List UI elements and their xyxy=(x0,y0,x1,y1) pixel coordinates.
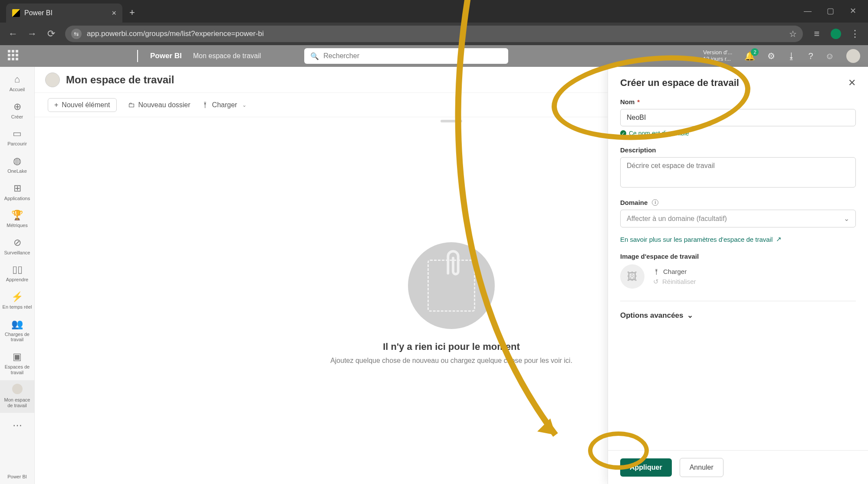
check-circle-icon: ✓ xyxy=(620,130,626,136)
required-indicator: * xyxy=(637,98,640,105)
domain-field: Domaine i Affecter à un domaine (faculta… xyxy=(620,199,856,227)
notifications-button[interactable]: 🔔 2 xyxy=(744,51,755,61)
divider xyxy=(620,301,856,301)
domain-label: Domaine xyxy=(620,199,648,206)
left-nav: ⌂ Accueil ⊕ Créer ▭ Parcourir ◍ OneLake … xyxy=(0,67,35,484)
image-label: Image d'espace de travail xyxy=(620,253,699,260)
plus-circle-icon: ⊕ xyxy=(2,101,33,112)
plus-icon: + xyxy=(54,101,58,109)
nav-more[interactable]: ⋯ xyxy=(13,414,22,437)
info-icon[interactable]: i xyxy=(652,199,658,206)
book-icon: ▯▯ xyxy=(2,264,33,275)
account-avatar[interactable] xyxy=(846,49,860,63)
stack-icon: ▣ xyxy=(2,351,33,362)
image-section: Image d'espace de travail 🖼 ⭱ Charger ↺ … xyxy=(620,253,856,289)
search-icon: 🔍 xyxy=(310,52,319,60)
nav-create[interactable]: ⊕ Créer xyxy=(0,98,34,124)
powerbi-favicon-icon xyxy=(12,9,20,17)
page-title: Mon espace de travail xyxy=(66,74,174,86)
name-input[interactable] xyxy=(620,109,856,126)
avatar-icon xyxy=(12,384,23,394)
profile-badge-icon[interactable] xyxy=(831,29,841,39)
reader-icon[interactable]: ≡ xyxy=(812,28,822,40)
nav-realtime[interactable]: ⚡ En temps réel xyxy=(0,288,34,314)
url-field[interactable]: ⇆ app.powerbi.com/groups/me/list?experie… xyxy=(65,26,803,42)
nav-my-workspace[interactable]: Mon espace de travail xyxy=(0,380,34,412)
people-icon: 👥 xyxy=(2,319,33,330)
nav-metrics[interactable]: 🏆 Métriques xyxy=(0,206,34,233)
url-text: app.powerbi.com/groups/me/list?experienc… xyxy=(87,30,264,38)
panel-title: Créer un espace de travail xyxy=(620,77,739,89)
brand-label[interactable]: Power BI xyxy=(150,52,182,60)
paperclip-icon xyxy=(443,248,464,282)
new-folder-button[interactable]: 🗀 Nouveau dossier xyxy=(128,101,191,109)
nav-onelake[interactable]: ◍ OneLake xyxy=(0,152,34,178)
nav-home[interactable]: ⌂ Accueil xyxy=(0,70,34,97)
nav-learn[interactable]: ▯▯ Apprendre xyxy=(0,260,34,287)
search-placeholder: Rechercher xyxy=(323,52,359,60)
trial-badge[interactable]: Version d'... 12 jours r... xyxy=(703,49,733,63)
breadcrumb[interactable]: Mon espace de travail xyxy=(193,52,261,60)
settings-icon[interactable]: ⚙ xyxy=(767,51,775,61)
folder-plus-icon: 🗀 xyxy=(128,101,135,109)
panel-title-row: Créer un espace de travail ✕ xyxy=(620,77,856,89)
chevron-down-icon: ⌄ xyxy=(242,102,247,108)
domain-select[interactable]: Affecter à un domaine (facultatif) ⌄ xyxy=(620,210,856,227)
apply-button[interactable]: Appliquer xyxy=(620,458,672,477)
create-workspace-panel: Créer un espace de travail ✕ Nom * ✓ Ce … xyxy=(608,67,868,484)
nav-apps[interactable]: ⊞ Applications xyxy=(0,179,34,206)
empty-heading: Il n'y a rien ici pour le moment xyxy=(383,341,520,352)
home-icon: ⌂ xyxy=(2,74,33,85)
nav-powerbi[interactable]: Power BI xyxy=(0,471,34,484)
browser-titlebar: Power BI × + — ▢ ✕ xyxy=(0,0,868,23)
bolt-icon: ⚡ xyxy=(2,291,33,303)
name-available-hint: ✓ Ce nom est disponible xyxy=(620,130,856,137)
close-panel-button[interactable]: ✕ xyxy=(848,77,856,89)
trophy-icon: 🏆 xyxy=(2,210,33,221)
help-icon[interactable]: ? xyxy=(808,51,813,61)
nav-forward-icon[interactable]: → xyxy=(27,28,37,40)
nav-workloads[interactable]: 👥 Charges de travail xyxy=(0,315,34,347)
new-tab-button[interactable]: + xyxy=(122,7,142,23)
settings-help-link[interactable]: En savoir plus sur les paramètres d'espa… xyxy=(620,235,856,243)
folder-icon: ▭ xyxy=(2,128,33,139)
browser-tab[interactable]: Power BI × xyxy=(6,3,122,23)
app-launcher-icon[interactable] xyxy=(8,50,20,62)
upload-button[interactable]: ⭱ Charger ⌄ xyxy=(202,101,247,109)
browser-urlbar: ← → ⟳ ⇆ app.powerbi.com/groups/me/list?e… xyxy=(0,23,868,45)
name-label: Nom xyxy=(620,98,635,105)
image-placeholder-icon: 🖼 xyxy=(620,264,644,289)
description-input[interactable] xyxy=(620,157,856,188)
browser-menu-icon[interactable]: ⋮ xyxy=(850,28,860,40)
nav-monitor[interactable]: ⊘ Surveillance xyxy=(0,234,34,260)
workspace-avatar-icon xyxy=(45,72,60,87)
bookmark-icon[interactable]: ☆ xyxy=(789,29,797,39)
close-tab-icon[interactable]: × xyxy=(112,9,116,18)
window-controls: — ▢ ✕ xyxy=(792,7,868,23)
download-icon[interactable]: ⭳ xyxy=(787,51,796,61)
apps-icon: ⊞ xyxy=(2,183,33,194)
nav-reload-icon[interactable]: ⟳ xyxy=(46,28,56,40)
maximize-icon[interactable]: ▢ xyxy=(826,7,834,15)
nav-back-icon[interactable]: ← xyxy=(8,28,18,40)
monitor-icon: ⊘ xyxy=(2,237,33,248)
external-link-icon: ↗ xyxy=(776,235,782,243)
notif-count-badge: 2 xyxy=(751,48,759,56)
new-item-button[interactable]: + Nouvel élément xyxy=(48,98,117,112)
pbi-topbar: Power BI Mon espace de travail 🔍 Recherc… xyxy=(0,45,868,67)
nav-browse[interactable]: ▭ Parcourir xyxy=(0,125,34,151)
cancel-button[interactable]: Annuler xyxy=(680,458,723,477)
minimize-icon[interactable]: — xyxy=(804,7,812,15)
description-field: Description xyxy=(620,146,856,189)
close-window-icon[interactable]: ✕ xyxy=(849,7,857,15)
image-upload-button[interactable]: ⭱ Charger xyxy=(653,267,696,277)
site-info-icon[interactable]: ⇆ xyxy=(71,29,82,39)
upload-icon: ⭱ xyxy=(653,268,660,275)
nav-workspaces[interactable]: ▣ Espaces de travail xyxy=(0,348,34,379)
global-search[interactable]: 🔍 Rechercher xyxy=(304,48,508,64)
panel-footer: Appliquer Annuler xyxy=(608,450,868,484)
onelake-icon: ◍ xyxy=(2,155,33,167)
advanced-options-toggle[interactable]: Options avancées ⌄ xyxy=(620,311,856,320)
empty-subtext: Ajoutez quelque chose de nouveau ou char… xyxy=(330,357,572,365)
feedback-icon[interactable]: ☺ xyxy=(825,51,834,61)
